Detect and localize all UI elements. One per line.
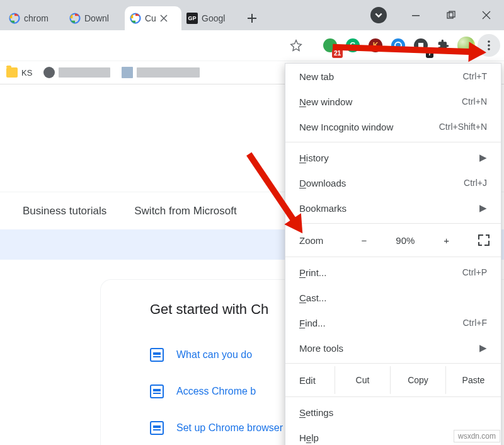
shortcut: Ctrl+N [462,96,487,107]
link-text: What can you do [176,349,252,361]
article-icon [150,421,164,435]
cut-button[interactable]: Cut [335,366,390,394]
maximize-button[interactable] [433,0,469,30]
menu-settings[interactable]: Settings [285,400,501,425]
window-controls [359,0,504,30]
submenu-arrow-icon: ▶ [479,152,487,163]
svg-point-8 [488,48,490,50]
chrome-menu: New tabCtrl+T New windowCtrl+N New Incog… [285,63,501,445]
tab-0[interactable]: chrom [4,6,64,30]
shortcut: Ctrl+Shift+N [439,122,487,132]
bookmark-folder[interactable]: KS [6,67,32,78]
menu-history[interactable]: History▶ [285,145,501,170]
tab-label: Googl [202,13,225,23]
zoom-out-button[interactable]: − [355,235,374,246]
menu-cast[interactable]: Cast... [285,285,501,310]
menu-more-tools[interactable]: More tools▶ [285,335,501,361]
tab-2-active[interactable]: Cu [125,6,181,30]
browser-toolbar: 21 G K 7 [0,30,504,61]
tab-label: Downl [84,13,109,23]
menu-downloads[interactable]: DownloadsCtrl+J [285,170,501,195]
google-icon [69,13,81,24]
menu-find[interactable]: Find...Ctrl+F [285,310,501,335]
close-icon[interactable] [160,14,168,22]
bookmark-item[interactable] [122,67,200,78]
account-shield-icon[interactable] [370,7,387,23]
bookmark-item[interactable] [43,67,110,78]
minimize-button[interactable] [398,0,433,30]
watermark: wsxdn.com [454,430,500,442]
svg-point-7 [488,44,490,47]
close-window-button[interactable] [469,0,504,30]
bookmark-favicon [43,67,55,78]
bookmark-star-button[interactable] [285,34,307,57]
folder-icon [6,67,18,78]
submenu-arrow-icon: ▶ [479,342,487,354]
google-icon [130,13,141,24]
svg-point-6 [488,40,490,43]
shortcut: Ctrl+P [462,267,487,277]
window-titlebar: chrom Downl Cu GP Googl [0,0,504,30]
shortcut: Ctrl+F [463,318,488,328]
star-icon [290,39,302,52]
zoom-in-button[interactable]: + [437,235,456,246]
menu-separator [285,396,501,397]
menu-incognito[interactable]: New Incognito windowCtrl+Shift+N [285,114,501,139]
menu-separator [285,363,501,364]
submenu-arrow-icon: ▶ [479,202,487,214]
bookmark-label: KS [21,68,32,78]
maximize-icon [447,11,455,20]
menu-bookmarks[interactable]: Bookmarks▶ [285,195,501,221]
link-text: Set up Chrome browser [176,422,283,434]
nav-link-business[interactable]: Business tutorials [23,205,106,217]
plus-icon [247,13,257,23]
menu-new-tab[interactable]: New tabCtrl+T [285,64,501,89]
copy-button[interactable]: Copy [390,366,445,394]
close-icon [482,11,491,20]
tab-strip: chrom Downl Cu GP Googl [0,0,359,30]
minimize-icon [411,11,420,20]
tab-1[interactable]: Downl [64,6,125,30]
bookmark-favicon [122,67,133,78]
svg-rect-3 [412,15,420,16]
bookmark-label-obscured [137,67,200,78]
menu-new-window[interactable]: New windowCtrl+N [285,89,501,114]
tab-label: Cu [145,13,156,23]
menu-print[interactable]: Print...Ctrl+P [285,260,501,285]
nav-link-switch[interactable]: Switch from Microsoft [134,205,236,217]
zoom-label: Zoom [299,235,350,246]
shortcut: Ctrl+J [464,178,487,188]
gp-icon: GP [186,13,198,24]
paste-button[interactable]: Paste [445,366,501,394]
zoom-value: 90% [396,235,415,246]
shortcut: Ctrl+T [463,71,488,81]
chevron-down-icon [374,11,383,20]
google-icon [9,13,20,24]
link-text: Access Chrome b [176,386,256,397]
tab-label: chrom [24,13,49,23]
fullscreen-button[interactable] [478,234,490,246]
edit-label: Edit [285,375,335,386]
bookmark-label-obscured [59,67,110,78]
menu-separator [285,257,501,257]
article-icon [150,384,164,398]
menu-separator [285,223,501,224]
article-icon [150,348,164,362]
menu-edit-row: Edit Cut Copy Paste [285,366,501,394]
menu-separator [285,142,501,142]
menu-zoom: Zoom − 90% + [285,226,501,254]
new-tab-button[interactable] [242,6,262,30]
tab-3[interactable]: GP Googl [181,6,242,30]
